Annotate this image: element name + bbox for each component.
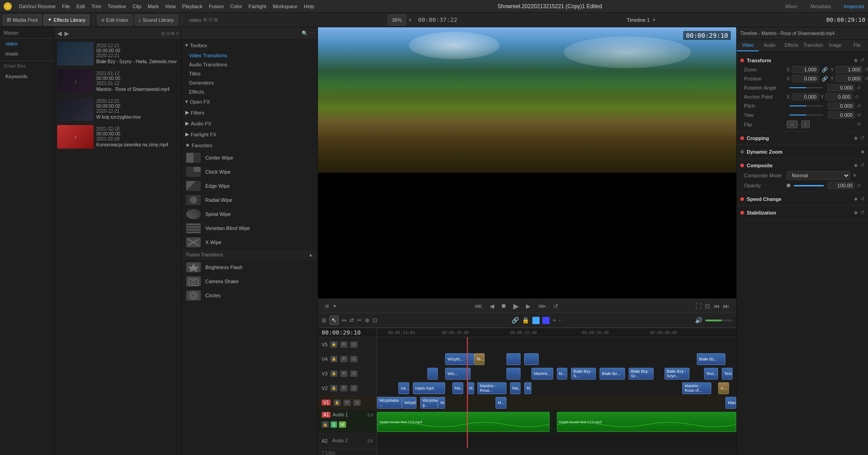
trim-tool-btn[interactable]: ⇔ xyxy=(342,317,347,324)
prev-btn[interactable]: ⏮ xyxy=(714,303,719,310)
flip-v-btn[interactable]: ↕ xyxy=(801,120,810,128)
rotation-input[interactable] xyxy=(828,84,855,91)
menu-edit[interactable]: Edit xyxy=(76,4,85,9)
menu-fairlight[interactable]: Fairlight xyxy=(248,4,266,9)
next-btn[interactable]: ⏭ xyxy=(723,303,729,310)
pitch-reset[interactable]: ↺ xyxy=(857,103,861,109)
flip-h-btn[interactable]: ↔ xyxy=(787,120,798,128)
position-link-icon[interactable]: 🔗 xyxy=(822,76,828,82)
track-v2-eye[interactable]: 👁 xyxy=(340,385,347,391)
toolbox-titles[interactable]: Titles xyxy=(182,69,317,78)
menu-fusion[interactable]: Fusion xyxy=(209,4,224,9)
step-back-btn[interactable]: ◀ xyxy=(490,303,494,310)
clip-v3-7[interactable]: Białe Bzy - Sz... xyxy=(629,368,654,380)
clip-v1-3[interactable]: W... xyxy=(438,397,445,409)
clip-v1-5[interactable]: Mantrio... xyxy=(725,397,736,409)
menu-davinci[interactable]: DaVinci Resolve xyxy=(19,4,56,9)
cropping-header[interactable]: Cropping ◆ ↺ xyxy=(740,133,864,143)
dynamic-zoom-header[interactable]: Dynamic Zoom ◆ xyxy=(740,147,864,156)
transition-spiral-wipe[interactable]: Spiral Wipe xyxy=(182,207,317,221)
link-btn[interactable]: 🔗 xyxy=(511,317,519,324)
position-x-input[interactable] xyxy=(792,75,819,82)
timeline-view-btn[interactable]: ▼ xyxy=(332,304,337,309)
flip-reset[interactable]: ↺ xyxy=(857,121,861,127)
clip-v3-5[interactable]: Białe Bzy - S... xyxy=(571,368,596,380)
prev-clip-btn[interactable]: ⋘ xyxy=(474,303,482,310)
media-pool-btn[interactable]: ⊞ Media Pool xyxy=(3,15,42,25)
sound-library-btn[interactable]: ♪ Sound Library xyxy=(134,15,178,25)
clip-v3-8[interactable]: Białe Bzy - Szyn... xyxy=(665,368,689,380)
clip-v2-3[interactable]: M... xyxy=(467,382,474,394)
media-pool-forward-btn[interactable]: ▶ xyxy=(64,30,69,37)
clip-v2-0[interactable]: na... xyxy=(398,382,409,394)
speed-change-reset[interactable]: ↺ xyxy=(860,196,864,202)
position-y-input[interactable] xyxy=(835,75,863,82)
track-v3-eye[interactable]: 👁 xyxy=(340,370,347,377)
rotation-reset[interactable]: ↺ xyxy=(857,85,861,91)
transform-header[interactable]: Transform ◆ ↺ xyxy=(740,55,864,65)
clip-v3-3[interactable]: Mantrio... xyxy=(531,368,553,380)
track-v5-lock[interactable]: 🔒 xyxy=(330,341,337,348)
track-v1-vis[interactable]: ⊡ xyxy=(353,400,361,406)
expand-btn[interactable]: ⊡ xyxy=(705,303,710,310)
menu-playback[interactable]: Playback xyxy=(182,4,203,9)
track-v3-vis[interactable]: ⊡ xyxy=(350,370,357,377)
clip-v2-7[interactable]: Mantrio - Rose of... xyxy=(682,382,711,394)
timeline-tracks-content[interactable]: 00:00:24:00 00:00:28:00 00:00:32:00 00:0… xyxy=(377,328,736,455)
clip-v3-9[interactable]: Text... xyxy=(704,368,719,380)
anchor-y-input[interactable] xyxy=(825,93,853,100)
transition-venetian-blind-wipe[interactable]: Venetian Blind Wipe xyxy=(182,221,317,235)
menu-workspace[interactable]: Workspace xyxy=(273,4,298,9)
next-clip-btn[interactable]: ⋙ xyxy=(538,303,546,310)
clip-v2-4[interactable]: Mantrio - Rose... xyxy=(477,382,506,394)
clip-v4-3[interactable] xyxy=(524,353,539,365)
track-v4-lock[interactable]: 🔒 xyxy=(330,356,337,362)
dynamic-trim-btn[interactable]: ⇄ xyxy=(349,317,354,324)
track-v5-vis[interactable]: ⊡ xyxy=(350,341,357,348)
volume-slider[interactable] xyxy=(705,320,733,321)
fairlight-fx-header[interactable]: ▶ Fairlight FX xyxy=(182,129,317,140)
composite-mode-select[interactable]: Normal xyxy=(787,171,850,180)
media-item-3[interactable]: ♪ 2021-02-18 00:00:00:00 2021-02-18 Kons… xyxy=(55,123,181,151)
anchor-reset[interactable]: ↺ xyxy=(854,94,858,100)
track-select-btn[interactable]: ⊞ xyxy=(322,317,327,324)
lock-btn[interactable]: 🔒 xyxy=(522,317,530,324)
inspector-tab-audio[interactable]: Audio xyxy=(759,40,780,51)
inspector-btn[interactable]: Inspector xyxy=(844,4,864,9)
metadata-btn[interactable]: Metadata xyxy=(810,4,831,9)
fusion-collapse-icon[interactable]: ▲ xyxy=(308,252,313,257)
clip-v3-6[interactable]: Białe Bz... xyxy=(600,368,625,380)
media-pool-back-btn[interactable]: ◀ xyxy=(57,30,62,37)
clip-v4-4[interactable]: Białe Bz... xyxy=(697,353,725,365)
favorites-header[interactable]: ★ Favorites xyxy=(182,140,317,151)
transition-brightness-flash[interactable]: Brightness Flash xyxy=(182,260,317,275)
transition-circles[interactable]: Circles xyxy=(182,289,317,303)
composite-header[interactable]: Composite ◆ ↺ xyxy=(740,160,864,170)
track-v5-eye[interactable]: 👁 xyxy=(340,341,347,348)
menu-color[interactable]: Color xyxy=(230,4,242,9)
track-v2-vis[interactable]: ⊡ xyxy=(350,385,357,391)
clip-v1-4[interactable]: M... xyxy=(496,397,506,409)
zoom-out-btn[interactable]: - xyxy=(559,317,560,324)
toolbox-effects[interactable]: Effects xyxy=(182,87,317,96)
step-forward-btn[interactable]: ▶ xyxy=(526,303,531,310)
clip-v4-1[interactable]: Te... xyxy=(474,353,485,365)
effects-library-btn[interactable]: ✦ Effects Library xyxy=(44,15,89,25)
track-v1-lock[interactable]: 🔒 xyxy=(333,400,341,406)
menu-trim[interactable]: Trim xyxy=(91,4,101,9)
track-a1-lock[interactable]: 🔒 xyxy=(322,421,329,428)
menu-timeline[interactable]: Timeline xyxy=(108,4,126,9)
zoom-btn[interactable]: 38% xyxy=(388,15,406,25)
zoom-x-input[interactable] xyxy=(792,66,819,73)
select-tool-btn[interactable]: ↖ xyxy=(329,315,339,325)
media-item-0[interactable]: 2020-12-21 00:00:00:00 2020-12-21 Białe … xyxy=(55,40,181,68)
inspector-tab-image[interactable]: Image xyxy=(824,40,846,51)
track-v1-eye[interactable]: 👁 xyxy=(343,400,351,406)
transition-center-wipe[interactable]: Center Wipe xyxy=(182,151,317,165)
clip-v2-1[interactable]: napis.mp4 xyxy=(413,382,445,394)
inspector-tab-transition[interactable]: Transition xyxy=(803,40,824,51)
clip-a1-1[interactable]: mixkit-house-fest-113.mp3 xyxy=(557,412,737,432)
clip-v2-5[interactable]: Ma... xyxy=(510,382,521,394)
pitch-input[interactable] xyxy=(828,102,855,110)
fullscreen-btn[interactable]: ⛶ xyxy=(695,303,701,310)
